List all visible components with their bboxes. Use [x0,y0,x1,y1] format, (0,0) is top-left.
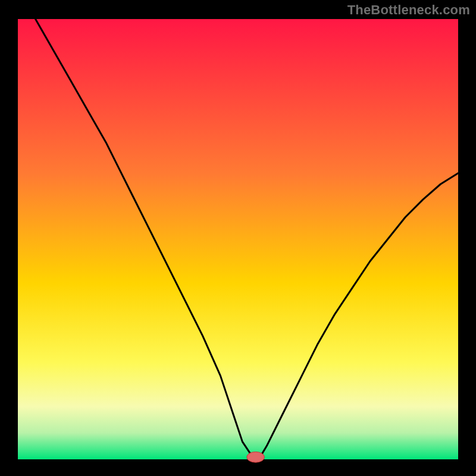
optimal-marker [247,452,265,462]
chart-frame: TheBottleneck.com [0,0,476,476]
bottleneck-chart [0,0,476,476]
plot-background [18,19,458,459]
